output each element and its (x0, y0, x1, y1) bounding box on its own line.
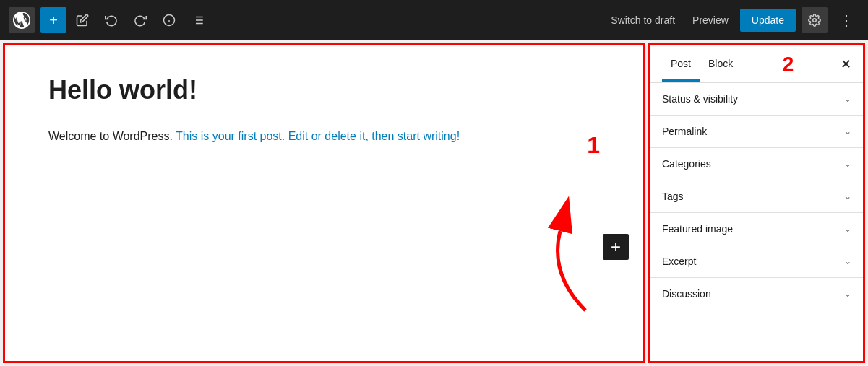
update-button[interactable]: Update (740, 9, 796, 32)
post-body[interactable]: Welcome to WordPress. This is your first… (48, 127, 600, 146)
chevron-down-icon: ⌄ (844, 256, 851, 266)
status-visibility-label: Status & visibility (662, 93, 738, 105)
permalink-label: Permalink (662, 126, 707, 137)
annotation-2: 2 (783, 53, 794, 76)
chevron-down-icon: ⌄ (844, 126, 851, 136)
sidebar-section-excerpt[interactable]: Excerpt ⌄ (650, 245, 863, 278)
chevron-down-icon: ⌄ (844, 94, 851, 104)
undo-button[interactable] (98, 7, 124, 33)
redo-button[interactable] (127, 7, 153, 33)
tab-post[interactable]: Post (662, 48, 700, 82)
wp-logo[interactable] (9, 7, 35, 33)
edit-button[interactable] (69, 7, 95, 33)
sidebar: Post Block 2 ✕ Status & visibility ⌄ Per… (648, 43, 865, 363)
annotation-1: 1 (587, 132, 600, 159)
list-view-button[interactable] (185, 7, 211, 33)
excerpt-label: Excerpt (662, 256, 696, 267)
toolbar: + (0, 0, 868, 40)
sidebar-header: Post Block 2 ✕ (650, 45, 863, 83)
arrow-annotation (491, 217, 607, 318)
toolbar-right: Switch to draft Preview Update ⋮ (605, 7, 859, 33)
discussion-label: Discussion (662, 288, 711, 300)
tags-label: Tags (662, 191, 684, 202)
post-body-prefix: Welcome to WordPress. (48, 130, 176, 142)
add-block-button[interactable]: + (40, 7, 66, 33)
featured-image-label: Featured image (662, 223, 733, 235)
main-area: Hello world! Welcome to WordPress. This … (0, 40, 868, 366)
settings-button[interactable] (802, 7, 828, 33)
info-button[interactable] (156, 7, 182, 33)
post-body-link[interactable]: This is your first post. Edit or delete … (176, 130, 460, 142)
sidebar-section-categories[interactable]: Categories ⌄ (650, 148, 863, 180)
sidebar-section-permalink[interactable]: Permalink ⌄ (650, 116, 863, 148)
sidebar-section-discussion[interactable]: Discussion ⌄ (650, 278, 863, 310)
chevron-down-icon: ⌄ (844, 191, 851, 201)
sidebar-section-tags[interactable]: Tags ⌄ (650, 180, 863, 213)
sidebar-section-status[interactable]: Status & visibility ⌄ (650, 83, 863, 116)
chevron-down-icon: ⌄ (844, 159, 851, 169)
editor-area[interactable]: Hello world! Welcome to WordPress. This … (3, 43, 645, 363)
chevron-down-icon: ⌄ (844, 224, 851, 234)
plus-icon: + (49, 12, 58, 29)
svg-point-9 (813, 19, 817, 22)
sidebar-section-featured-image[interactable]: Featured image ⌄ (650, 213, 863, 245)
sidebar-close-button[interactable]: ✕ (841, 56, 851, 72)
preview-button[interactable]: Preview (687, 10, 734, 30)
switch-to-draft-button[interactable]: Switch to draft (605, 10, 681, 30)
categories-label: Categories (662, 158, 711, 170)
post-title[interactable]: Hello world! (48, 74, 600, 105)
tab-block[interactable]: Block (700, 48, 742, 82)
chevron-down-icon: ⌄ (844, 289, 851, 299)
more-options-button[interactable]: ⋮ (833, 7, 859, 33)
